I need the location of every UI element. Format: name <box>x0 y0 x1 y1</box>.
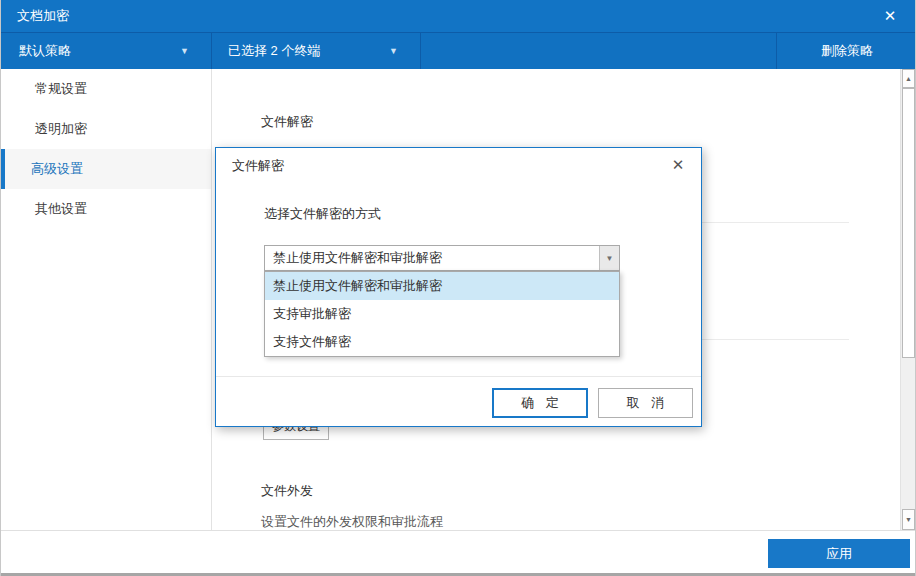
file-decrypt-section-title: 文件解密 <box>261 113 313 131</box>
scroll-up-icon[interactable]: ▲ <box>902 69 915 88</box>
option-file-decrypt[interactable]: 支持文件解密 <box>265 328 619 356</box>
policy-toolbar: 默认策略 ▼ 已选择 2 个终端 ▼ 删除策略 <box>1 33 916 69</box>
policy-dropdown-label: 默认策略 <box>19 42 180 60</box>
delete-policy-label: 删除策略 <box>821 42 873 60</box>
bottom-bar: 应用 <box>1 530 916 573</box>
decrypt-mode-label: 选择文件解密的方式 <box>264 205 381 223</box>
select-dropdown-icon[interactable]: ▼ <box>599 246 619 270</box>
apply-button[interactable]: 应用 <box>768 539 910 568</box>
file-outgoing-description: 设置文件的外发权限和审批流程 <box>261 513 443 531</box>
title-bar: 文档加密 ✕ <box>1 0 916 33</box>
policy-dropdown[interactable]: 默认策略 ▼ <box>1 33 212 69</box>
cancel-button[interactable]: 取 消 <box>598 388 693 418</box>
file-outgoing-section-title: 文件外发 <box>261 482 313 500</box>
decrypt-mode-option-list: 禁止使用文件解密和审批解密 支持审批解密 支持文件解密 <box>264 271 620 357</box>
app-window: 文档加密 ✕ 默认策略 ▼ 已选择 2 个终端 ▼ 删除策略 常规设置 透明加密… <box>1 0 915 576</box>
option-disable-decrypt[interactable]: 禁止使用文件解密和审批解密 <box>265 272 619 300</box>
dialog-close-icon[interactable]: ✕ <box>667 154 689 176</box>
terminal-dropdown[interactable]: 已选择 2 个终端 ▼ <box>212 33 421 69</box>
ok-button[interactable]: 确 定 <box>492 388 588 418</box>
chevron-down-icon: ▼ <box>389 46 398 56</box>
dialog-footer-divider <box>216 376 701 377</box>
settings-sidebar: 常规设置 透明加密 高级设置 其他设置 <box>1 69 212 530</box>
vertical-scrollbar: ▲ ▼ <box>900 69 915 530</box>
decrypt-mode-select[interactable]: 禁止使用文件解密和审批解密 ▼ <box>264 245 620 271</box>
file-decrypt-dialog: 文件解密 ✕ 选择文件解密的方式 禁止使用文件解密和审批解密 ▼ 禁止使用文件解… <box>215 147 702 427</box>
chevron-down-icon: ▼ <box>180 46 189 56</box>
dialog-title: 文件解密 <box>232 157 284 175</box>
toolbar-spacer <box>421 33 777 69</box>
window-close-icon[interactable]: ✕ <box>879 5 901 27</box>
sidebar-item-advanced[interactable]: 高级设置 <box>1 149 211 189</box>
option-approval-decrypt[interactable]: 支持审批解密 <box>265 300 619 328</box>
sidebar-item-other[interactable]: 其他设置 <box>1 189 211 229</box>
delete-policy-button[interactable]: 删除策略 <box>777 33 916 69</box>
sidebar-item-transparent-encryption[interactable]: 透明加密 <box>1 109 211 149</box>
scrollbar-thumb[interactable] <box>902 88 915 358</box>
decrypt-mode-selected-value: 禁止使用文件解密和审批解密 <box>265 249 599 267</box>
window-title: 文档加密 <box>17 7 879 25</box>
terminal-dropdown-label: 已选择 2 个终端 <box>228 42 389 60</box>
scroll-down-icon[interactable]: ▼ <box>902 509 915 530</box>
sidebar-item-general[interactable]: 常规设置 <box>1 69 211 109</box>
